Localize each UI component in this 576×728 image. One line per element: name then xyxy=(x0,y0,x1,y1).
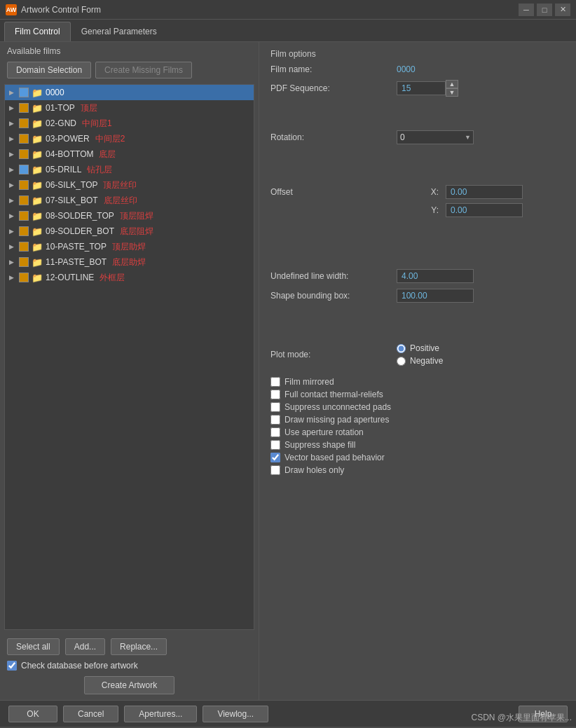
film-color-box xyxy=(19,195,29,205)
offset-x-input[interactable] xyxy=(446,185,523,199)
folder-icon: 📁 xyxy=(32,165,43,175)
full-contact-checkbox[interactable] xyxy=(270,390,280,399)
checkbox-row-draw-missing: Draw missing pad apertures xyxy=(270,415,565,425)
vector-based-checkbox[interactable] xyxy=(270,453,280,462)
select-all-button[interactable]: Select all xyxy=(7,638,60,655)
pdf-seq-down[interactable]: ▼ xyxy=(446,88,458,97)
film-color-box xyxy=(19,226,29,236)
expand-arrow-icon: ▶ xyxy=(9,166,16,173)
rotation-select[interactable]: 0 90 180 270 xyxy=(397,130,474,144)
apertures-button[interactable]: Apertures... xyxy=(124,706,197,722)
film-name-cn: 外框层 xyxy=(100,272,125,284)
plot-mode-positive-label: Positive xyxy=(410,343,439,353)
draw-holes-checkbox[interactable] xyxy=(270,465,280,475)
create-artwork-row: Create Artwork xyxy=(7,676,252,694)
expand-arrow-icon: ▶ xyxy=(9,135,16,142)
help-button[interactable]: Help xyxy=(519,706,568,722)
list-item[interactable]: ▶📁11-PASTE_BOT底层助焊 xyxy=(5,254,254,270)
draw-missing-label: Draw missing pad apertures xyxy=(284,415,389,425)
plot-mode-row: Plot mode: Positive Negative xyxy=(270,343,565,366)
create-artwork-button[interactable]: Create Artwork xyxy=(84,676,174,694)
check-db-label: Check database before artwork xyxy=(21,661,138,671)
right-panel: Film options Film name: 0000 PDF Sequenc… xyxy=(259,42,576,700)
viewlog-button[interactable]: Viewlog... xyxy=(203,706,268,722)
pdf-seq-up[interactable]: ▲ xyxy=(446,80,458,88)
checkbox-row-suppress-fill: Suppress shape fill xyxy=(270,440,565,450)
undefined-line-width-row: Undefined line width: xyxy=(270,269,565,283)
film-name-cn: 底层助焊 xyxy=(112,256,146,268)
offset-y-label: Y: xyxy=(397,205,439,215)
plot-mode-positive-row: Positive xyxy=(397,343,443,353)
suppress-unconnected-checkbox[interactable] xyxy=(270,402,280,412)
cancel-button[interactable]: Cancel xyxy=(63,706,118,722)
expand-arrow-icon: ▶ xyxy=(9,104,16,111)
shape-bounding-box-label: Shape bounding box: xyxy=(270,291,397,301)
list-item[interactable]: ▶📁08-SOLDER_TOP顶层阻焊 xyxy=(5,208,254,224)
film-name: 08-SOLDER_TOP xyxy=(46,211,114,221)
folder-icon: 📁 xyxy=(32,195,43,206)
create-missing-films-button[interactable]: Create Missing Films xyxy=(95,62,192,78)
ok-button[interactable]: OK xyxy=(8,706,57,722)
expand-arrow-icon: ▶ xyxy=(9,89,16,96)
undefined-line-width-label: Undefined line width: xyxy=(270,271,397,281)
film-mirrored-checkbox[interactable] xyxy=(270,377,280,387)
list-item[interactable]: ▶📁02-GND中间层1 xyxy=(5,116,254,131)
expand-arrow-icon: ▶ xyxy=(9,181,16,188)
suppress-fill-checkbox[interactable] xyxy=(270,440,280,450)
window-title: Artwork Control Form xyxy=(21,5,101,15)
undefined-line-width-input[interactable] xyxy=(397,269,474,283)
minimize-button[interactable]: ─ xyxy=(519,4,534,16)
shape-bounding-box-input[interactable] xyxy=(397,289,474,303)
plot-mode-positive-radio[interactable] xyxy=(397,344,406,353)
rotation-select-wrapper: 0 90 180 270 xyxy=(397,130,474,144)
check-db-checkbox[interactable] xyxy=(7,661,17,671)
checkbox-row-draw-holes: Draw holes only xyxy=(270,465,565,475)
list-item[interactable]: ▶📁10-PASTE_TOP顶层助焊 xyxy=(5,239,254,254)
plot-mode-negative-label: Negative xyxy=(410,356,443,366)
vector-based-label: Vector based pad behavior xyxy=(284,453,385,462)
film-color-box xyxy=(19,242,29,252)
list-item[interactable]: ▶📁01-TOP顶层 xyxy=(5,100,254,116)
film-color-box xyxy=(19,211,29,221)
bottom-buttons: Select all Add... Replace... xyxy=(7,638,252,655)
full-contact-label: Full contact thermal-reliefs xyxy=(284,390,383,399)
list-item[interactable]: ▶📁04-BOTTOM底层 xyxy=(5,146,254,162)
checkbox-row-use-aperture: Use aperture rotation xyxy=(270,427,565,437)
film-name-cn: 钻孔层 xyxy=(87,164,112,176)
folder-icon: 📁 xyxy=(32,211,43,221)
pdf-seq-input[interactable] xyxy=(397,81,446,95)
draw-missing-checkbox[interactable] xyxy=(270,415,280,425)
list-item[interactable]: ▶📁09-SOLDER_BOT底层阻焊 xyxy=(5,224,254,239)
checkbox-row-vector-based: Vector based pad behavior xyxy=(270,453,565,462)
plot-mode-negative-radio[interactable] xyxy=(397,357,406,366)
pdf-seq-spinners: ▲ ▼ xyxy=(446,80,458,97)
tabs-bar: Film Control General Parameters xyxy=(0,20,576,42)
tab-film-control[interactable]: Film Control xyxy=(4,22,71,41)
footer-right: Help xyxy=(519,706,568,722)
maximize-button[interactable]: □ xyxy=(537,4,552,16)
film-name-cn: 顶层丝印 xyxy=(103,179,137,191)
list-item[interactable]: ▶📁06-SILK_TOP顶层丝印 xyxy=(5,177,254,193)
domain-selection-button[interactable]: Domain Selection xyxy=(7,62,91,78)
film-name-cn: 顶层 xyxy=(81,102,97,114)
close-button[interactable]: ✕ xyxy=(555,4,570,16)
title-bar: AW Artwork Control Form ─ □ ✕ xyxy=(0,0,576,20)
film-color-box xyxy=(19,149,29,159)
list-item[interactable]: ▶📁12-OUTLINE外框层 xyxy=(5,270,254,285)
checkbox-row-full-contact: Full contact thermal-reliefs xyxy=(270,390,565,399)
replace-button[interactable]: Replace... xyxy=(111,638,167,655)
list-item[interactable]: ▶📁07-SILK_BOT底层丝印 xyxy=(5,193,254,208)
offset-y-input[interactable] xyxy=(446,203,523,217)
use-aperture-checkbox[interactable] xyxy=(270,427,280,437)
film-name-value: 0000 xyxy=(397,64,416,74)
film-color-box xyxy=(19,180,29,190)
add-button[interactable]: Add... xyxy=(65,638,105,655)
list-item[interactable]: ▶📁03-POWER中间层2 xyxy=(5,131,254,146)
film-list: ▶📁0000▶📁01-TOP顶层▶📁02-GND中间层1▶📁03-POWER中间… xyxy=(4,84,254,630)
list-item[interactable]: ▶📁05-DRILL钻孔层 xyxy=(5,162,254,177)
film-options-title: Film options xyxy=(270,49,565,59)
film-name: 02-GND xyxy=(46,118,76,128)
tab-general-parameters[interactable]: General Parameters xyxy=(71,22,167,41)
folder-icon: 📁 xyxy=(32,226,43,237)
list-item[interactable]: ▶📁0000 xyxy=(5,85,254,100)
